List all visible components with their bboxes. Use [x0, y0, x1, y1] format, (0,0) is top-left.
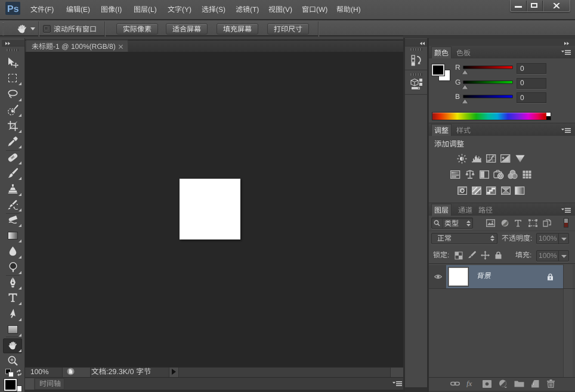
svg-text:fx: fx [466, 379, 472, 387]
